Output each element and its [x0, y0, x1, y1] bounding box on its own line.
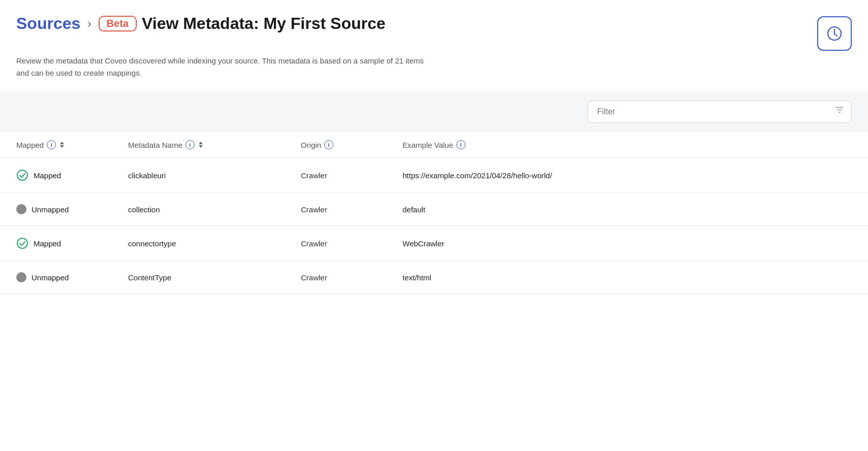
- metadata-table: Mapped i Metadata Name i: [0, 132, 868, 294]
- col-header-origin: Origin i: [301, 140, 402, 149]
- metadata-name-cell: connectortype: [128, 239, 301, 248]
- description: Review the metadata that Coveo discovere…: [16, 55, 474, 79]
- origin-cell: Crawler: [301, 239, 402, 248]
- table-header: Mapped i Metadata Name i: [0, 132, 868, 158]
- example-value-cell: https://example.com/2021/04/28/hello-wor…: [402, 171, 852, 180]
- example-value-cell: text/html: [402, 273, 852, 282]
- metadata-name-cell: collection: [128, 205, 301, 214]
- origin-cell: Crawler: [301, 205, 402, 214]
- svg-point-4: [17, 238, 27, 248]
- origin-cell: Crawler: [301, 171, 402, 180]
- sources-link[interactable]: Sources: [16, 14, 80, 33]
- metadata-name-info-icon[interactable]: i: [185, 140, 195, 149]
- history-button[interactable]: [817, 16, 852, 51]
- status-cell: Unmapped: [16, 272, 128, 282]
- filter-input-wrapper: [587, 101, 852, 123]
- status-label: Unmapped: [32, 273, 69, 282]
- table-row: Mapped connectortype Crawler WebCrawler: [0, 226, 868, 261]
- table-row: Unmapped collection Crawler default: [0, 193, 868, 226]
- filter-input[interactable]: [587, 101, 852, 123]
- unmapped-dot-icon: [16, 204, 26, 214]
- mapped-check-icon: [16, 237, 28, 249]
- status-label: Mapped: [34, 239, 61, 248]
- page-title: View Metadata: My First Source: [142, 14, 386, 33]
- clock-icon: [826, 25, 843, 42]
- status-cell: Mapped: [16, 169, 128, 181]
- col-header-metadata-name: Metadata Name i: [128, 140, 301, 149]
- example-value-cell: WebCrawler: [402, 239, 852, 248]
- col-header-example-value: Example Value i: [402, 140, 852, 149]
- origin-info-icon[interactable]: i: [324, 140, 333, 149]
- status-cell: Unmapped: [16, 204, 128, 214]
- status-label: Unmapped: [32, 205, 69, 214]
- mapped-sort-icon[interactable]: [59, 141, 65, 149]
- status-cell: Mapped: [16, 237, 128, 249]
- svg-point-3: [17, 170, 27, 180]
- table-row: Unmapped ContentType Crawler text/html: [0, 261, 868, 294]
- status-label: Mapped: [34, 171, 61, 180]
- example-value-cell: default: [402, 205, 852, 214]
- metadata-name-cell: ContentType: [128, 273, 301, 282]
- beta-badge: Beta: [99, 16, 137, 31]
- metadata-name-sort-icon[interactable]: [198, 141, 204, 149]
- breadcrumb-chevron: ›: [87, 17, 91, 30]
- example-value-info-icon[interactable]: i: [456, 140, 466, 149]
- table-row: Mapped clickableuri Crawler https://exam…: [0, 158, 868, 193]
- mapped-info-icon[interactable]: i: [47, 140, 56, 149]
- svg-line-2: [834, 34, 837, 36]
- unmapped-dot-icon: [16, 272, 26, 282]
- col-header-mapped: Mapped i: [16, 140, 128, 149]
- origin-cell: Crawler: [301, 273, 402, 282]
- mapped-check-icon: [16, 169, 28, 181]
- metadata-name-cell: clickableuri: [128, 171, 301, 180]
- filter-bar: [0, 91, 868, 132]
